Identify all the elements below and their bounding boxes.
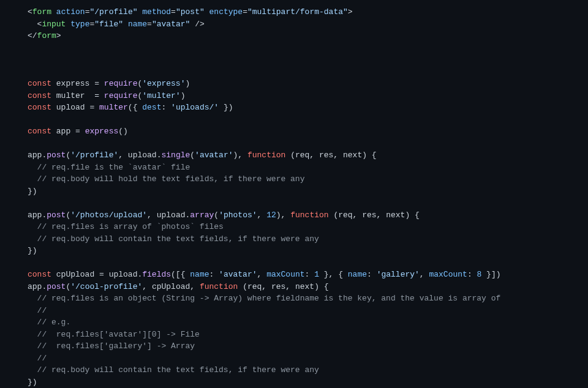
code-token: (req, res, next) { xyxy=(329,211,420,220)
code-token: 'avatar' xyxy=(219,270,257,279)
code-token: '/cool-profile' xyxy=(70,282,142,291)
code-token: < xyxy=(28,20,42,29)
code-token: , upload. xyxy=(118,151,161,160)
code-token: , cpUpload, xyxy=(142,282,200,291)
code-token: ), xyxy=(233,151,247,160)
code-token: require xyxy=(104,91,138,100)
code-token: const xyxy=(28,91,51,100)
code-token: express = xyxy=(51,79,104,88)
code-token: "avatar" xyxy=(152,20,190,29)
code-token: // req.files is an object (String -> Arr… xyxy=(28,294,500,303)
code-token: "/profile" xyxy=(89,7,137,17)
code-token: // xyxy=(28,354,47,363)
code-token: // req.body will contain the text fields… xyxy=(28,234,319,244)
code-token: = xyxy=(147,20,152,29)
code-token: app. xyxy=(28,211,47,220)
code-token: "post" xyxy=(176,7,205,17)
code-token: /> xyxy=(190,20,204,29)
code-token: // req.body will contain the text fields… xyxy=(28,365,319,375)
code-token: "multipart/form-data" xyxy=(247,7,348,17)
code-token: method xyxy=(142,7,171,17)
code-token: , xyxy=(420,270,429,279)
code-token: ) xyxy=(181,91,186,100)
code-token: }) xyxy=(28,187,37,196)
code-token xyxy=(205,7,209,17)
code-token: function xyxy=(290,211,328,220)
code-token: : xyxy=(305,270,315,279)
code-token: : xyxy=(161,103,171,112)
code-token: name xyxy=(190,270,209,279)
code-token: dest xyxy=(142,103,161,112)
code-token: > xyxy=(56,31,61,40)
code-token: // xyxy=(28,306,47,315)
code-token: = xyxy=(171,7,176,17)
code-token: fields xyxy=(142,270,171,279)
code-token: function xyxy=(247,151,285,160)
code-token: name xyxy=(348,270,367,279)
code-token: }, { xyxy=(319,270,348,279)
code-token: single xyxy=(161,151,190,160)
code-token: '/profile' xyxy=(70,151,118,160)
code-token: > xyxy=(348,7,353,17)
code-token: = xyxy=(243,7,247,17)
code-token: maxCount xyxy=(266,270,304,279)
code-token: multer = xyxy=(51,91,104,100)
code-token: : xyxy=(467,270,477,279)
code-token: enctype xyxy=(209,7,243,17)
code-token: // req.files is array of `photos` files xyxy=(28,222,224,231)
code-token: app. xyxy=(28,282,47,291)
code-token: cpUpload = upload. xyxy=(51,270,142,279)
code-token: form xyxy=(37,31,56,40)
code-token: , xyxy=(257,270,267,279)
code-token: , xyxy=(257,211,267,220)
code-token: ({ xyxy=(128,103,142,112)
code-token: }) xyxy=(219,103,233,112)
code-token: 'express' xyxy=(142,79,185,88)
code-token: }) xyxy=(28,246,37,255)
code-token: () xyxy=(118,127,128,136)
code-token: }) xyxy=(28,378,37,387)
code-token: multer xyxy=(99,103,128,112)
code-token: upload = xyxy=(51,103,99,112)
code-token: const xyxy=(28,79,51,88)
code-token: "file" xyxy=(94,20,123,29)
code-token: require xyxy=(104,79,138,88)
code-token: post xyxy=(47,211,66,220)
code-token: (req, res, next) { xyxy=(285,151,376,160)
code-token: 'photos' xyxy=(219,211,257,220)
code-token: function xyxy=(200,282,238,291)
code-token: // e.g. xyxy=(28,318,70,327)
code-token: // req.file is the `avatar` file xyxy=(28,163,190,172)
code-token: < xyxy=(28,7,32,17)
code-token: }]) xyxy=(481,270,500,279)
code-token: const xyxy=(28,270,51,279)
code-token: // req.body will hold the text fields, i… xyxy=(28,174,304,184)
code-token: 'uploads/' xyxy=(171,103,219,112)
code-token: ( xyxy=(214,211,219,220)
code-token: 'gallery' xyxy=(377,270,420,279)
code-token: form xyxy=(32,7,51,17)
code-token: app. xyxy=(28,151,47,160)
code-token: maxCount xyxy=(429,270,467,279)
code-token: post xyxy=(47,282,66,291)
code-token: 'avatar' xyxy=(195,151,233,160)
code-token: name xyxy=(128,20,147,29)
code-token: 12 xyxy=(266,211,276,220)
code-token: // req.files['avatar'][0] -> File xyxy=(28,330,200,339)
code-token xyxy=(51,7,56,17)
code-block: <form action="/profile" method="post" en… xyxy=(0,0,588,388)
code-token: // req.files['gallery'] -> Array xyxy=(28,341,195,351)
code-token: post xyxy=(47,151,66,160)
code-token: ([{ xyxy=(171,270,190,279)
code-token: ) xyxy=(185,79,190,88)
code-token: : xyxy=(367,270,377,279)
code-token: type xyxy=(70,20,89,29)
code-token: app = xyxy=(51,127,85,136)
code-token: input xyxy=(42,20,66,29)
code-token xyxy=(123,20,128,29)
code-token: 1 xyxy=(314,270,319,279)
code-token: const xyxy=(28,103,51,112)
code-token: const xyxy=(28,127,51,136)
code-token: express xyxy=(85,127,119,136)
code-token: action xyxy=(56,7,85,17)
